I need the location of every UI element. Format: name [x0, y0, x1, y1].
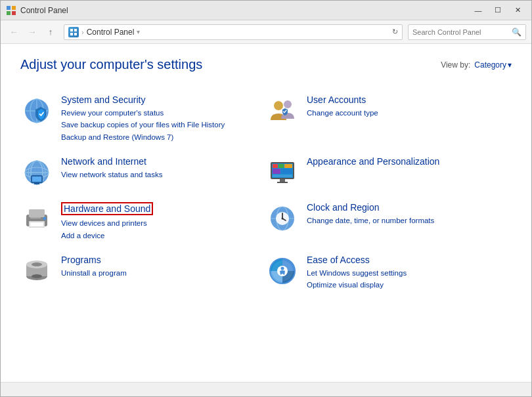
view-by-arrow: ▾: [508, 60, 512, 70]
hardware-sound-title[interactable]: Hardware and Sound: [61, 202, 153, 215]
svg-point-36: [43, 217, 47, 220]
svg-point-48: [32, 262, 42, 266]
category-hardware-sound: Hardware and Sound View devices and prin…: [20, 196, 266, 248]
appearance-text: Appearance and Personalization: [307, 156, 505, 169]
ease-access-title[interactable]: Ease of Access: [307, 255, 370, 265]
view-by-dropdown[interactable]: Category ▾: [474, 60, 512, 70]
ease-access-link-2[interactable]: Optimize visual display: [307, 279, 505, 291]
svg-rect-27: [273, 169, 280, 174]
view-by-value: Category: [474, 60, 506, 70]
ease-access-icon: [266, 255, 299, 287]
svg-rect-30: [280, 179, 285, 182]
address-bar[interactable]: › Control Panel ▾ ↻: [64, 24, 403, 40]
window-icon: [6, 5, 16, 16]
user-accounts-text: User Accounts Change account type: [307, 94, 505, 119]
search-icon: 🔍: [512, 28, 521, 37]
programs-link-1[interactable]: Uninstall a program: [61, 267, 259, 279]
title-bar: Control Panel — ☐ ✕: [1, 1, 531, 20]
hardware-sound-link-1[interactable]: View devices and printers: [61, 217, 259, 229]
clock-region-text: Clock and Region Change date, time, or n…: [307, 202, 505, 226]
system-security-title[interactable]: System and Security: [61, 94, 145, 105]
svg-rect-31: [277, 182, 288, 183]
svg-rect-3: [12, 11, 16, 15]
control-panel-window: Control Panel — ☐ ✕ ← → ↑ › Control Pane…: [0, 0, 532, 397]
appearance-icon: [266, 156, 299, 189]
address-dropdown-arrow[interactable]: ▾: [137, 28, 140, 35]
network-internet-link-1[interactable]: View network status and tasks: [61, 169, 259, 180]
window-controls: — ☐ ✕: [470, 4, 526, 17]
programs-icon: [20, 255, 53, 287]
clock-region-icon: [266, 202, 299, 235]
programs-text: Programs Uninstall a program: [61, 255, 259, 279]
search-bar[interactable]: 🔍: [408, 24, 526, 40]
svg-rect-28: [281, 169, 292, 174]
categories-grid: System and Security Review your computer…: [20, 88, 512, 298]
refresh-button[interactable]: ↻: [392, 28, 398, 36]
window-title: Control Panel: [20, 6, 470, 15]
svg-point-52: [281, 266, 284, 270]
programs-title[interactable]: Programs: [61, 255, 101, 265]
hardware-sound-link-2[interactable]: Add a device: [61, 230, 259, 241]
clock-region-link-1[interactable]: Change date, time, or number formats: [307, 215, 505, 226]
svg-point-49: [32, 274, 42, 278]
category-user-accounts: User Accounts Change account type: [266, 88, 512, 150]
category-clock-region: Clock and Region Change date, time, or n…: [266, 196, 512, 248]
svg-rect-2: [7, 11, 11, 15]
page-header: Adjust your computer's settings View by:…: [20, 57, 512, 72]
svg-point-12: [274, 101, 283, 110]
up-button[interactable]: ↑: [43, 24, 58, 40]
maximize-button[interactable]: ☐: [489, 4, 506, 17]
address-separator: ›: [81, 28, 84, 36]
forward-button[interactable]: →: [24, 24, 40, 40]
search-input[interactable]: [412, 28, 512, 36]
network-internet-text: Network and Internet View network status…: [61, 156, 259, 180]
user-accounts-title[interactable]: User Accounts: [307, 94, 366, 105]
svg-rect-29: [273, 175, 292, 177]
ease-access-text: Ease of Access Let Windows suggest setti…: [307, 255, 505, 291]
svg-rect-20: [32, 177, 41, 182]
svg-rect-6: [70, 33, 73, 35]
svg-rect-1: [12, 6, 16, 10]
address-bar-icon: [68, 27, 79, 37]
back-button[interactable]: ←: [6, 24, 22, 40]
category-system-security: System and Security Review your computer…: [20, 88, 266, 150]
navigation-bar: ← → ↑ › Control Panel ▾ ↻ 🔍: [1, 20, 531, 44]
page-title: Adjust your computer's settings: [20, 57, 202, 72]
close-button[interactable]: ✕: [509, 4, 526, 17]
category-programs: Programs Uninstall a program: [20, 248, 266, 298]
svg-rect-25: [278, 164, 284, 168]
svg-rect-4: [70, 29, 73, 31]
clock-region-title[interactable]: Clock and Region: [307, 202, 380, 213]
network-internet-title[interactable]: Network and Internet: [61, 156, 146, 167]
svg-rect-26: [284, 164, 292, 168]
svg-rect-5: [74, 29, 77, 31]
hardware-sound-icon: [20, 202, 53, 235]
hardware-sound-text: Hardware and Sound View devices and prin…: [61, 202, 259, 241]
appearance-title[interactable]: Appearance and Personalization: [307, 156, 439, 167]
system-security-icon: [20, 94, 53, 127]
view-by-label: View by:: [441, 60, 470, 70]
view-by-control: View by: Category ▾: [441, 60, 512, 70]
system-security-link-3[interactable]: Backup and Restore (Windows 7): [61, 131, 259, 143]
address-path: Control Panel: [87, 28, 135, 37]
svg-rect-7: [74, 33, 77, 35]
network-internet-icon: [20, 156, 53, 189]
system-security-link-2[interactable]: Save backup copies of your files with Fi…: [61, 119, 259, 131]
svg-point-13: [284, 100, 292, 108]
system-security-link-1[interactable]: Review your computer's status: [61, 107, 259, 119]
category-ease-access: Ease of Access Let Windows suggest setti…: [266, 248, 512, 298]
svg-rect-37: [30, 217, 41, 219]
user-accounts-icon: [266, 94, 299, 127]
status-bar: [1, 382, 531, 396]
svg-rect-24: [273, 164, 278, 168]
system-security-text: System and Security Review your computer…: [61, 94, 259, 143]
svg-rect-0: [7, 6, 11, 10]
user-accounts-link-1[interactable]: Change account type: [307, 107, 505, 119]
main-content: Adjust your computer's settings View by:…: [1, 44, 531, 382]
ease-access-link-1[interactable]: Let Windows suggest settings: [307, 267, 505, 279]
category-appearance: Appearance and Personalization: [266, 150, 512, 196]
svg-rect-21: [34, 183, 39, 184]
category-network-internet: Network and Internet View network status…: [20, 150, 266, 196]
minimize-button[interactable]: —: [470, 4, 487, 17]
svg-rect-35: [30, 222, 43, 226]
